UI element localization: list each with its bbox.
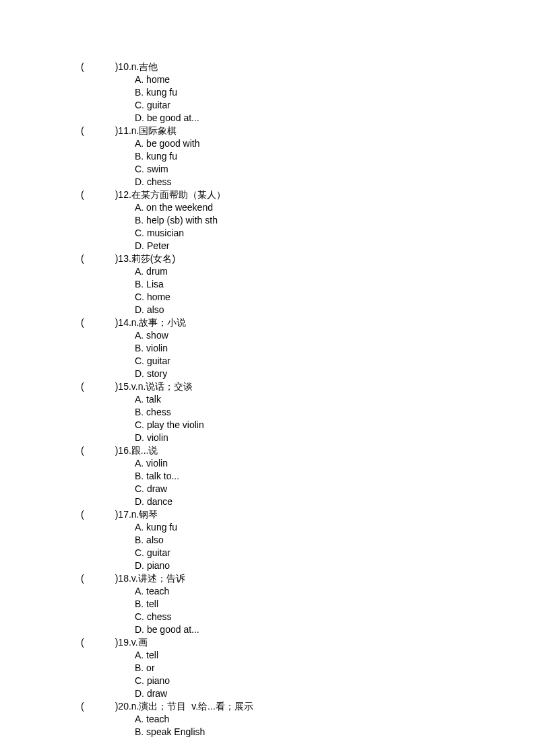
paren-open: ( <box>81 317 84 328</box>
paren-open: ( <box>81 509 84 520</box>
answer-option: C. swim <box>81 163 535 176</box>
question-prompt: 跟...说 <box>131 445 158 456</box>
answer-option: B. speak English <box>81 726 535 738</box>
answer-option: A. home <box>81 73 535 86</box>
answer-option: C. chess <box>81 611 535 623</box>
answer-option: D. also <box>81 304 535 316</box>
answer-option: C. piano <box>81 675 535 687</box>
question-number: 20 <box>118 701 129 712</box>
question-item: ()16.跟...说A. violinB. talk to...C. drawD… <box>81 444 535 508</box>
question-prompt-line: ()10.n.吉他 <box>81 61 535 73</box>
answer-option: A. be good with <box>81 137 535 150</box>
question-prompt: v.画 <box>131 637 148 648</box>
question-item: ()20.n.演出；节目 v.给...看；展示A. teachB. speak … <box>81 700 535 738</box>
question-prompt-line: ()11.n.国际象棋 <box>81 125 535 137</box>
answer-option: B. help (sb) with sth <box>81 214 535 227</box>
question-prompt: 在某方面帮助（某人） <box>131 189 226 200</box>
question-prompt: n.国际象棋 <box>131 125 177 136</box>
answer-option: B. also <box>81 534 535 547</box>
answer-option: D. story <box>81 368 535 380</box>
question-item: ()17.n.钢琴A. kung fuB. alsoC. guitarD. pi… <box>81 508 535 572</box>
answer-option: C. home <box>81 291 535 304</box>
paren-open: ( <box>81 381 84 392</box>
answer-option: A. kung fu <box>81 521 535 534</box>
question-item: ()19.v.画A. tellB. orC. pianoD. draw <box>81 636 535 700</box>
question-prompt: n.吉他 <box>131 61 158 72</box>
question-prompt-line: ()17.n.钢琴 <box>81 508 535 521</box>
question-prompt-line: ()14.n.故事；小说 <box>81 316 535 329</box>
question-prompt-line: ()16.跟...说 <box>81 444 535 457</box>
answer-option: D. piano <box>81 559 535 572</box>
question-prompt-line: ()19.v.画 <box>81 636 535 649</box>
paren-open: ( <box>81 445 84 456</box>
question-number: 15 <box>118 381 129 392</box>
paren-open: ( <box>81 125 84 136</box>
question-item: ()10.n.吉他A. homeB. kung fuC. guitarD. be… <box>81 61 535 125</box>
question-item: ()14.n.故事；小说A. showB. violinC. guitarD. … <box>81 316 535 380</box>
question-item: ()18.v.讲述；告诉A. teachB. tellC. chessD. be… <box>81 572 535 636</box>
question-number: 13 <box>118 253 129 264</box>
answer-option: D. be good at... <box>81 112 535 125</box>
answer-option: B. or <box>81 662 535 675</box>
question-prompt-line: ()13.莉莎(女名) <box>81 252 535 265</box>
question-prompt-line: ()12.在某方面帮助（某人） <box>81 188 535 201</box>
question-prompt: 莉莎(女名) <box>131 253 175 264</box>
answer-option: B. chess <box>81 406 535 419</box>
question-number: 19 <box>118 637 129 648</box>
document-page: ()10.n.吉他A. homeB. kung fuC. guitarD. be… <box>0 0 535 738</box>
answer-option: D. violin <box>81 432 535 444</box>
question-item: ()11.n.国际象棋A. be good withB. kung fuC. s… <box>81 125 535 188</box>
answer-option: C. play the violin <box>81 419 535 432</box>
question-number: 17 <box>118 509 129 520</box>
question-prompt: n.故事；小说 <box>131 317 187 328</box>
question-prompt-line: ()15.v.n.说话；交谈 <box>81 380 535 393</box>
answer-option: B. Lisa <box>81 278 535 291</box>
answer-option: B. talk to... <box>81 470 535 483</box>
questions-list: ()10.n.吉他A. homeB. kung fuC. guitarD. be… <box>81 61 535 738</box>
question-prompt: n.演出；节目 v.给...看；展示 <box>131 701 253 712</box>
question-item: ()15.v.n.说话；交谈A. talkB. chessC. play the… <box>81 380 535 444</box>
paren-open: ( <box>81 253 84 264</box>
paren-open: ( <box>81 573 84 584</box>
question-prompt: v.讲述；告诉 <box>131 573 185 584</box>
paren-open: ( <box>81 61 84 72</box>
question-number: 10 <box>118 61 129 72</box>
question-item: ()12.在某方面帮助（某人）A. on the weekendB. help … <box>81 188 535 252</box>
question-number: 12 <box>118 189 129 200</box>
answer-option: A. drum <box>81 265 535 278</box>
answer-option: A. teach <box>81 585 535 598</box>
answer-option: D. dance <box>81 495 535 508</box>
answer-option: C. guitar <box>81 547 535 559</box>
question-number: 14 <box>118 317 129 328</box>
question-prompt-line: ()18.v.讲述；告诉 <box>81 572 535 585</box>
answer-option: C. musician <box>81 227 535 240</box>
question-number: 11 <box>118 125 129 136</box>
answer-option: A. teach <box>81 713 535 726</box>
paren-open: ( <box>81 701 84 712</box>
answer-option: D. Peter <box>81 240 535 252</box>
answer-option: B. kung fu <box>81 86 535 99</box>
question-number: 16 <box>118 445 129 456</box>
question-item: ()13.莉莎(女名)A. drumB. LisaC. homeD. also <box>81 252 535 316</box>
paren-open: ( <box>81 189 84 200</box>
question-prompt: v.n.说话；交谈 <box>131 381 193 392</box>
answer-option: C. draw <box>81 483 535 495</box>
answer-option: D. be good at... <box>81 623 535 636</box>
question-prompt-line: ()20.n.演出；节目 v.给...看；展示 <box>81 700 535 713</box>
answer-option: C. guitar <box>81 99 535 112</box>
answer-option: A. violin <box>81 457 535 470</box>
answer-option: C. guitar <box>81 355 535 368</box>
answer-option: B. tell <box>81 598 535 611</box>
question-number: 18 <box>118 573 129 584</box>
answer-option: D. draw <box>81 687 535 700</box>
answer-option: A. talk <box>81 393 535 406</box>
answer-option: A. tell <box>81 649 535 662</box>
answer-option: D. chess <box>81 176 535 188</box>
answer-option: A. on the weekend <box>81 201 535 214</box>
paren-open: ( <box>81 637 84 648</box>
answer-option: B. violin <box>81 342 535 355</box>
answer-option: A. show <box>81 329 535 342</box>
question-prompt: n.钢琴 <box>131 509 158 520</box>
answer-option: B. kung fu <box>81 150 535 163</box>
